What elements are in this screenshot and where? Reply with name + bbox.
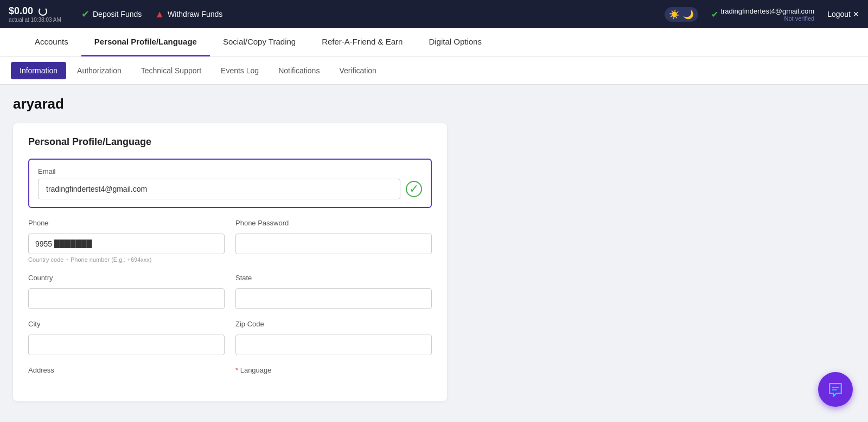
form-title: Personal Profile/Language (28, 136, 432, 148)
country-label: Country (28, 274, 225, 282)
state-label: State (235, 274, 432, 282)
user-verified-section: ✔ tradingfindertest4@gmail.com Not verif… (711, 7, 814, 22)
country-field: Country (28, 274, 225, 309)
balance-section: $0.00 actual at 10:38:03 AM (9, 5, 68, 23)
city-zip-row: City Zip Code (28, 320, 432, 355)
username: aryarad (13, 96, 855, 112)
close-icon: ✕ (853, 10, 859, 18)
withdraw-icon: ▲ (155, 9, 164, 20)
chat-icon (826, 380, 845, 399)
balance-value: $0.00 (9, 5, 33, 17)
deposit-button[interactable]: ✔ Deposit Funds (81, 8, 142, 20)
topbar: $0.00 actual at 10:38:03 AM ✔ Deposit Fu… (0, 0, 868, 28)
language-label: Language (235, 366, 432, 374)
zip-field: Zip Code (235, 320, 432, 355)
subtab-technical-support[interactable]: Technical Support (132, 62, 210, 79)
phone-password-field: Phone Password (235, 219, 432, 263)
phone-label: Phone (28, 219, 225, 227)
phone-hint: Country code + Phone number (E.g.: +694x… (28, 256, 225, 263)
state-field: State (235, 274, 432, 309)
logout-label: Logout (827, 10, 851, 18)
nav-refer-friend[interactable]: Refer-A-Friend & Earn (309, 28, 416, 56)
nav-social-copy-trading[interactable]: Social/Copy Trading (210, 28, 309, 56)
profile-form-card: Personal Profile/Language Email ✓ Phone … (13, 123, 447, 401)
subtab-verification[interactable]: Verification (330, 62, 385, 79)
theme-toggle[interactable]: ☀️ 🌙 (665, 7, 698, 22)
deposit-icon: ✔ (81, 8, 90, 20)
phone-row: Phone Country code + Phone number (E.g.:… (28, 219, 432, 263)
country-state-row: Country State (28, 274, 432, 309)
email-section: Email ✓ (28, 159, 432, 208)
country-input[interactable] (28, 288, 225, 309)
user-status: Not verified (784, 15, 815, 22)
city-field: City (28, 320, 225, 355)
chat-support-button[interactable] (818, 372, 853, 407)
email-row: ✓ (38, 179, 422, 199)
withdraw-label: Withdraw Funds (168, 10, 222, 18)
zip-label: Zip Code (235, 320, 432, 328)
verified-check-icon: ✔ (711, 9, 718, 20)
email-label: Email (38, 167, 422, 175)
sun-icon[interactable]: ☀️ (669, 9, 680, 20)
phone-password-label: Phone Password (235, 219, 432, 227)
subtab-information[interactable]: Information (11, 62, 66, 79)
zip-input[interactable] (235, 335, 432, 355)
user-email: tradingfindertest4@gmail.com (720, 7, 814, 15)
phone-input[interactable] (28, 234, 225, 254)
moon-icon[interactable]: 🌙 (683, 9, 694, 20)
nav-accounts[interactable]: Accounts (22, 28, 81, 56)
subtabs: Information Authorization Technical Supp… (0, 56, 868, 85)
subtab-events-log[interactable]: Events Log (212, 62, 267, 79)
language-field: Language (235, 366, 432, 377)
page-content: aryarad Personal Profile/Language Email … (0, 85, 868, 412)
deposit-label: Deposit Funds (93, 10, 142, 18)
navbar: Accounts Personal Profile/Language Socia… (0, 28, 868, 56)
address-field: Address (28, 366, 225, 377)
nav-personal-profile[interactable]: Personal Profile/Language (81, 28, 210, 56)
address-label: Address (28, 366, 225, 374)
city-input[interactable] (28, 335, 225, 355)
subtab-notifications[interactable]: Notifications (270, 62, 328, 79)
refresh-icon[interactable] (39, 7, 47, 16)
subtab-authorization[interactable]: Authorization (68, 62, 130, 79)
nav-digital-options[interactable]: Digital Options (416, 28, 495, 56)
balance-amount: $0.00 (9, 5, 47, 17)
email-verified-icon: ✓ (406, 181, 422, 197)
withdraw-button[interactable]: ▲ Withdraw Funds (155, 9, 222, 20)
phone-password-input[interactable] (235, 234, 432, 254)
logout-button[interactable]: Logout ✕ (827, 10, 859, 18)
city-label: City (28, 320, 225, 328)
balance-timestamp: actual at 10:38:03 AM (9, 17, 61, 23)
address-language-row: Address Language (28, 366, 432, 377)
state-input[interactable] (235, 288, 432, 309)
email-input[interactable] (38, 179, 400, 199)
phone-field: Phone Country code + Phone number (E.g.:… (28, 219, 225, 263)
user-info: tradingfindertest4@gmail.com Not verifie… (720, 7, 814, 22)
